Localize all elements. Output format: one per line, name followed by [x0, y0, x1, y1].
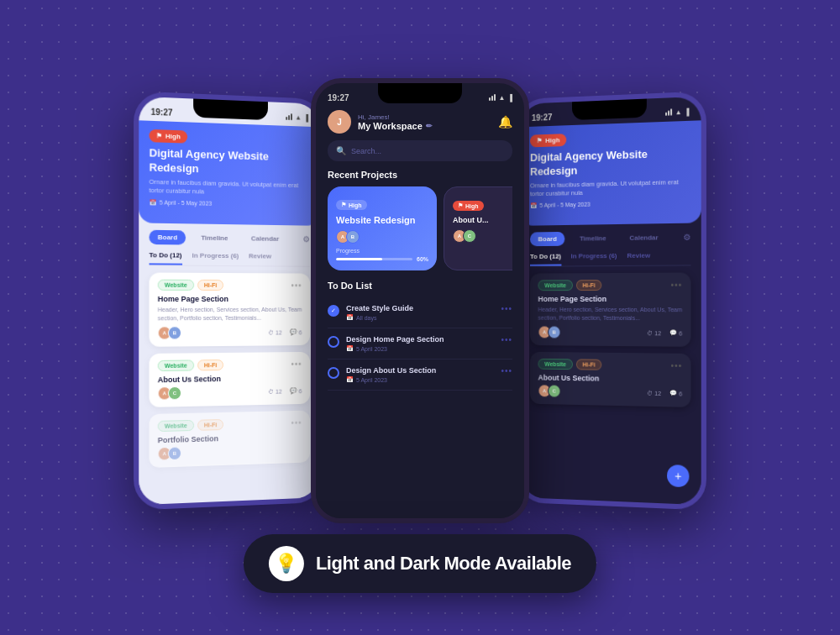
- fab-add-button[interactable]: +: [667, 464, 689, 487]
- todo-info-3: Design About Us Section 📅 5 April 2023: [346, 366, 494, 383]
- right-task1-avatars: A B: [538, 326, 558, 339]
- proj1-progress-fill: [336, 258, 382, 260]
- task2-count2: 💬 6: [290, 388, 302, 395]
- signal-icon: [286, 113, 293, 120]
- tab-calendar-right[interactable]: Calendar: [621, 230, 666, 245]
- right-phone-notch: [572, 99, 647, 121]
- task3-menu-dots[interactable]: •••: [291, 418, 302, 428]
- right-task2-avatars: A C: [538, 385, 558, 398]
- right-task1-tags: Website Hi-Fi •••: [538, 279, 683, 291]
- right-task1-dots[interactable]: •••: [671, 280, 683, 289]
- right-project-date: 📅 5 April - 5 May 2023: [530, 199, 690, 209]
- avatar-6: B: [168, 447, 181, 461]
- bell-icon[interactable]: 🔔: [498, 115, 512, 129]
- col-inprogress-right: In Progress (6): [571, 252, 617, 265]
- clock-icon-2: ⏱: [268, 389, 274, 395]
- proj-card-2[interactable]: ⚑ High About U... A C: [444, 186, 512, 270]
- task1-menu-dots[interactable]: •••: [291, 281, 302, 290]
- right-comment-icon-2: 💬: [669, 391, 677, 397]
- left-task-card-3: Website Hi-Fi ••• Portfolio Section A B: [150, 411, 310, 468]
- left-task1-desc: Header, Hero section, Services section, …: [158, 306, 302, 323]
- right-col-headers: To Do (12) In Progress (6) Review: [530, 251, 690, 267]
- left-task3-tags: Website Hi-Fi •••: [158, 417, 302, 432]
- task2-count1: ⏱ 12: [268, 389, 281, 395]
- proj1-av2: B: [346, 230, 360, 244]
- projects-scroll: ⚑ High Website Redesign A B Progress: [328, 186, 512, 270]
- tag-website-2: Website: [158, 360, 194, 372]
- col-todo-right: To Do (12): [530, 252, 561, 265]
- task2-menu-dots[interactable]: •••: [291, 359, 302, 369]
- todo1-dots[interactable]: •••: [501, 304, 512, 313]
- left-task-card-1: Website Hi-Fi ••• Home Page Section Head…: [150, 272, 310, 347]
- center-phone: 19:27 ▲ ▐ J Hi, James!: [311, 78, 529, 523]
- tab-timeline-left[interactable]: Timeline: [192, 230, 236, 245]
- right-project-title: Digital Agency Website Redesign: [530, 146, 690, 179]
- left-task3-footer: A B: [158, 443, 302, 461]
- todo-info-1: Create Style Guide 📅 All days: [346, 304, 494, 321]
- left-task2-footer: A C ⏱ 12 💬 6: [158, 385, 302, 401]
- todo3-dots[interactable]: •••: [501, 366, 512, 375]
- todo-item-3: Design About Us Section 📅 5 April 2023 •…: [328, 359, 512, 391]
- right-task1-desc: Header, Hero section, Services section, …: [538, 306, 683, 323]
- right-task2-dots[interactable]: •••: [671, 361, 683, 370]
- right-task1-count2: 💬 6: [669, 330, 682, 337]
- left-project-desc: Ornare in faucibus diam gravida. Ut volu…: [150, 178, 310, 199]
- filter-icon-left[interactable]: ⚙: [302, 234, 310, 244]
- left-task2-avatars: A C: [158, 386, 178, 401]
- bottom-banner: 💡 Light and Dark Mode Available: [244, 534, 596, 593]
- todo-date-3: 📅 5 April 2023: [346, 376, 494, 383]
- proj-card-1[interactable]: ⚑ High Website Redesign A B Progress: [328, 186, 437, 270]
- calendar-icon: 📅: [150, 199, 157, 206]
- col-todo-left: To Do (12): [150, 251, 182, 265]
- todo-date-2: 📅 5 April 2023: [346, 345, 494, 352]
- tag-website-3: Website: [158, 420, 194, 432]
- right-task2-count1: ⏱ 12: [647, 391, 661, 396]
- proj2-avatars: A C: [453, 229, 512, 243]
- center-phone-content: J Hi, James! My Workspace ✏ 🔔 🔍 Search..…: [316, 107, 524, 518]
- left-phone-notch: [193, 99, 268, 121]
- right-comment-icon: 💬: [669, 330, 677, 337]
- todo-check-2[interactable]: [328, 336, 339, 348]
- left-task1-name: Home Page Section: [158, 295, 302, 303]
- todo2-dots[interactable]: •••: [501, 335, 512, 344]
- right-wifi-icon: ▲: [675, 108, 682, 115]
- col-review-left: Review: [249, 252, 271, 265]
- right-flag-icon: ⚑: [537, 137, 543, 144]
- todo-check-3[interactable]: [328, 367, 339, 379]
- right-status-icons: ▲ ▐: [665, 108, 689, 116]
- avatar-4: C: [168, 386, 181, 400]
- todo-check-1[interactable]: [328, 305, 339, 317]
- recent-projects-title: Recent Projects: [328, 170, 512, 180]
- right-tag-hifi-2: Hi-Fi: [576, 359, 602, 370]
- left-header: ⚑ High Digital Agency Website Redesign O…: [139, 120, 319, 225]
- tab-board-left[interactable]: Board: [150, 230, 186, 245]
- scene: 19:27 ▲ ▐ ⚑ High: [0, 0, 840, 635]
- right-task-card-2: Website Hi-Fi ••• About Us Section A C ⏱…: [530, 352, 690, 407]
- left-phone: 19:27 ▲ ▐ ⚑ High: [134, 91, 324, 510]
- search-bar[interactable]: 🔍 Search...: [328, 140, 512, 161]
- cal-icon-2: 📅: [346, 345, 354, 352]
- phones-row: 19:27 ▲ ▐ ⚑ High: [126, 78, 714, 523]
- comment-icon: 💬: [290, 329, 297, 336]
- greeting-text: Hi, James!: [358, 113, 498, 121]
- filter-icon-right[interactable]: ⚙: [683, 233, 690, 242]
- right-task1-name: Home Page Section: [538, 295, 683, 303]
- bulb-icon: 💡: [275, 553, 297, 575]
- todo-item-1: Create Style Guide 📅 All days •••: [328, 297, 512, 328]
- cal-icon-1: 📅: [346, 314, 354, 321]
- proj2-title: About U...: [453, 216, 512, 224]
- tab-board-right[interactable]: Board: [530, 232, 564, 246]
- todo-name-2: Design Home Page Section: [346, 335, 494, 344]
- left-time: 19:27: [151, 107, 173, 117]
- workspace-info: Hi, James! My Workspace ✏: [358, 113, 498, 131]
- tab-timeline-right[interactable]: Timeline: [571, 231, 614, 246]
- right-battery-icon: ▐: [685, 108, 690, 115]
- workspace-header: J Hi, James! My Workspace ✏ 🔔: [328, 107, 512, 140]
- left-status-icons: ▲ ▐: [286, 113, 308, 122]
- tag-hifi-3: Hi-Fi: [197, 419, 223, 431]
- center-time: 19:27: [328, 93, 349, 102]
- tab-calendar-left[interactable]: Calendar: [243, 231, 287, 246]
- right-tag-website-1: Website: [538, 280, 573, 291]
- center-wifi-icon: ▲: [498, 94, 505, 102]
- right-task1-footer: A B ⏱ 12 💬 6: [538, 326, 683, 340]
